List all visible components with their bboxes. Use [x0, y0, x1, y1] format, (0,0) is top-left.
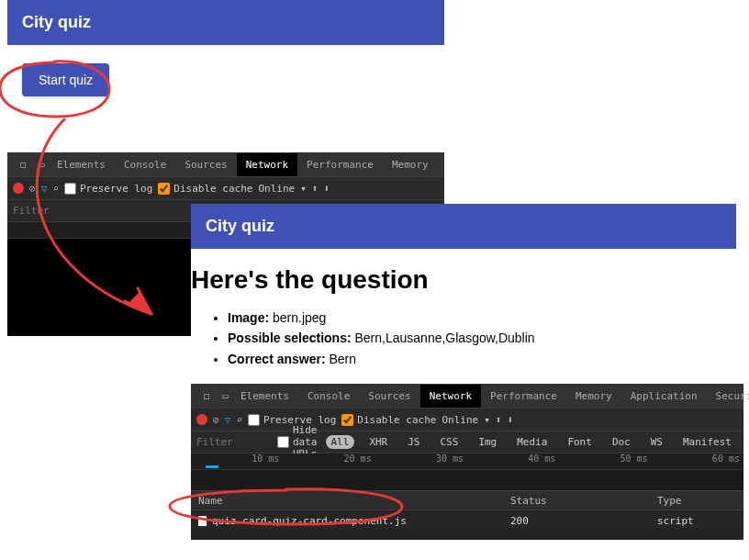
pill-css[interactable]: CSS	[435, 435, 464, 449]
list-item: Image: bern.jpeg	[228, 308, 736, 328]
record-icon[interactable]	[196, 414, 207, 425]
type-cell: script	[650, 515, 743, 527]
search-icon[interactable]: ⌕	[52, 183, 59, 195]
filter-icon[interactable]: ▽	[225, 414, 231, 426]
list-item: Possible selections: Bern,Lausanne,Glasg…	[228, 328, 736, 348]
device-icon[interactable]: ▭	[29, 153, 48, 176]
tab-performance[interactable]: Performance	[481, 385, 566, 408]
download-icon[interactable]: ⬇	[323, 183, 330, 195]
app-panel-2: City quiz Here's the question Image: ber…	[191, 204, 736, 391]
record-icon[interactable]	[13, 183, 24, 194]
filter-icon[interactable]: ▽	[41, 183, 48, 195]
tab-memory[interactable]: Memory	[566, 385, 621, 408]
file-icon	[198, 516, 207, 526]
timeline-spacer	[191, 470, 743, 490]
download-icon[interactable]: ⬇	[507, 414, 513, 426]
pill-ws[interactable]: WS	[645, 435, 668, 449]
devtools-tabs-2: ◻ ▭ Elements Console Sources Network Per…	[191, 384, 743, 408]
col-name[interactable]: Name	[191, 495, 503, 507]
inspect-icon[interactable]: ◻	[11, 153, 29, 176]
throttle-dropdown-icon[interactable]: ▾	[300, 183, 307, 195]
devtools-panel-2: ◻ ▭ Elements Console Sources Network Per…	[191, 384, 743, 540]
question-list: Image: bern.jpeg Possible selections: Be…	[228, 308, 736, 369]
clear-icon[interactable]: ⊘	[29, 183, 36, 195]
timeline-2: 10 ms 20 ms 30 ms 40 ms 50 ms 60 ms	[191, 454, 743, 470]
upload-icon[interactable]: ⬆	[496, 414, 502, 426]
app-title-2: City quiz	[206, 217, 274, 235]
timeline-tick: 50 ms	[559, 454, 651, 469]
devtools-tabs: ◻ ▭ Elements Console Sources Network Per…	[7, 152, 444, 176]
filter-input[interactable]	[13, 205, 86, 217]
tab-sources[interactable]: Sources	[359, 385, 419, 408]
pill-manifest[interactable]: Manifest	[677, 435, 737, 449]
search-icon[interactable]: ⌕	[236, 414, 242, 426]
tab-network[interactable]: Network	[420, 385, 481, 408]
tab-elements[interactable]: Elements	[231, 385, 298, 408]
file-name-cell: quiz-card-quiz-card-component.js	[191, 515, 503, 527]
devtools-toolbar-2: ⊘ ▽ ⌕ Preserve log Disable cache Online …	[191, 408, 743, 431]
pill-xhr[interactable]: XHR	[363, 435, 393, 449]
inspect-icon[interactable]: ◻	[195, 385, 213, 408]
clear-icon[interactable]: ⊘	[213, 414, 219, 426]
tab-network[interactable]: Network	[237, 153, 297, 176]
status-cell: 200	[503, 515, 650, 527]
tab-performance[interactable]: Performance	[297, 153, 383, 176]
pill-doc[interactable]: Doc	[607, 435, 636, 449]
filter-input[interactable]	[196, 436, 270, 448]
question-body: Here's the question Image: bern.jpeg Pos…	[191, 249, 736, 391]
app-header: City quiz	[7, 0, 444, 45]
online-status[interactable]: Online	[258, 183, 295, 195]
network-table-head: Name Status Type	[191, 490, 743, 510]
col-type[interactable]: Type	[650, 495, 743, 507]
app-body: Start quiz	[7, 45, 444, 151]
disable-cache-checkbox[interactable]: Disable cache	[158, 183, 252, 195]
tab-sources[interactable]: Sources	[175, 153, 236, 176]
timeline-tick: 40 ms	[467, 454, 559, 469]
disable-cache-checkbox[interactable]: Disable cache	[341, 414, 436, 426]
app-title: City quiz	[22, 13, 91, 31]
preserve-log-checkbox[interactable]: Preserve log	[64, 183, 152, 195]
tab-security[interactable]: Security	[707, 385, 749, 408]
timeline-tick: 30 ms	[375, 454, 467, 469]
col-status[interactable]: Status	[503, 495, 650, 507]
online-status[interactable]: Online	[442, 414, 478, 426]
list-item: Correct answer: Bern	[228, 349, 736, 369]
timeline-tick: 60 ms	[652, 454, 743, 469]
upload-icon[interactable]: ⬆	[312, 183, 319, 195]
table-row[interactable]: quiz-card-quiz-card-component.js 200 scr…	[191, 510, 743, 531]
pill-media[interactable]: Media	[511, 435, 553, 449]
throttle-dropdown-icon[interactable]: ▾	[484, 414, 490, 426]
app-panel-1: City quiz Start quiz	[7, 0, 444, 151]
pill-js[interactable]: JS	[402, 435, 425, 449]
tab-application[interactable]: Application	[621, 385, 707, 408]
start-quiz-button[interactable]: Start quiz	[22, 63, 109, 96]
tab-console[interactable]: Console	[115, 153, 175, 176]
pill-img[interactable]: Img	[473, 435, 502, 449]
pill-font[interactable]: Font	[562, 435, 598, 449]
tab-application[interactable]: Application	[438, 153, 444, 176]
tab-elements[interactable]: Elements	[48, 153, 115, 176]
timeline-marker	[206, 465, 218, 468]
timeline-tick: 20 ms	[283, 454, 374, 469]
filter-row-2: Hide data URLs All XHR JS CSS Img Media …	[191, 431, 743, 454]
pill-all[interactable]: All	[326, 435, 355, 449]
device-icon[interactable]: ▭	[213, 385, 231, 408]
tab-console[interactable]: Console	[298, 385, 359, 408]
devtools-toolbar: ⊘ ▽ ⌕ Preserve log Disable cache Online …	[7, 176, 444, 200]
question-heading: Here's the question	[191, 265, 736, 295]
tab-memory[interactable]: Memory	[383, 153, 438, 176]
app-header-2: City quiz	[191, 204, 736, 249]
